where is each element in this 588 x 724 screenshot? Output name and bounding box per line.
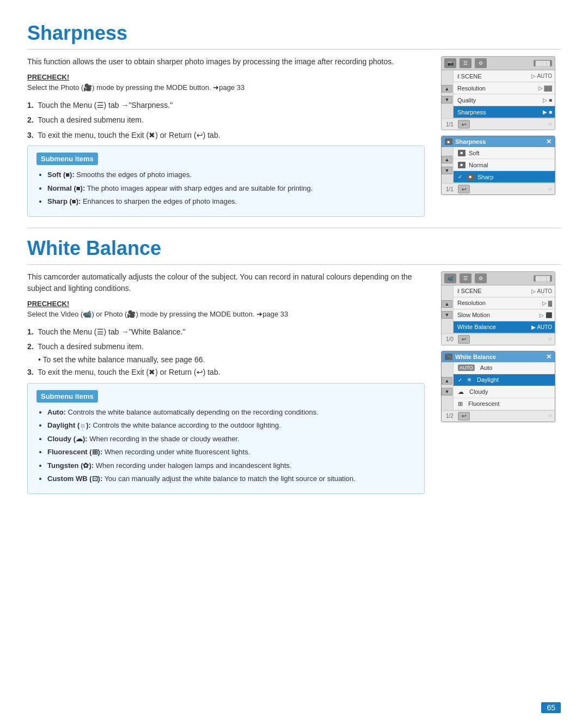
popup-nav-down[interactable]: ▼ (442, 167, 452, 174)
ui1-row-quality: Quality ▷ ■ (454, 94, 555, 106)
popup-page: 1/1 (444, 186, 456, 192)
ui1-page: 1/1 (444, 121, 456, 127)
wb-popup-nav-down[interactable]: ▼ (442, 388, 452, 396)
white-balance-description: This camcorder automatically adjusts the… (27, 271, 425, 294)
white-balance-precheck: PRECHECK! Select the Video (📹) or Photo … (27, 300, 425, 318)
popup-row-soft[interactable]: ■ Soft (454, 147, 555, 159)
fluorescent-icon: ⊞ (458, 400, 463, 407)
popup-row-sharp[interactable]: ✓ ■ Sharp (454, 171, 555, 183)
ui1-row-resolution: Resolution ▷ ▓▓ (454, 82, 555, 94)
wb-popup-titlebar: 📹 White Balance ✕ (442, 351, 555, 362)
normal-icon: ■ (458, 162, 465, 168)
wb-popup-page: 1/2 (444, 413, 456, 419)
wb-popup-nav-up[interactable]: ▲ (442, 377, 452, 385)
fluorescent-label: Fluorescent (468, 400, 499, 407)
check-icon: ✓ (458, 174, 462, 180)
ui1-row-sharpness: Sharpness ▶ ■ (454, 106, 555, 118)
sharpness-step2: 2. Touch a desired submenu item. (27, 114, 425, 126)
sharp-label: Sharp (477, 174, 493, 180)
list-item: Auto: Controls the white balance automat… (47, 407, 415, 418)
daylight-sun-icon: ☀ (467, 376, 472, 384)
menu-icon-wb: ☰ (460, 273, 471, 283)
list-item: Normal (■): The photo images appear with… (47, 183, 415, 194)
auto-badge: AUTO (458, 364, 475, 371)
normal-label: Normal (469, 162, 488, 168)
wb-popup-row-fluorescent[interactable]: ⊞ Fluorescent (454, 398, 555, 410)
section-divider (27, 228, 561, 228)
list-item: Sharp (■): Enhances to sharpen the edges… (47, 196, 415, 207)
wb-popup-row-daylight[interactable]: ✓ ☀ Daylight (454, 374, 555, 386)
sharpness-camera-ui-1: 📷 ☰ ⚙ ▓▓▓▓ ▲ ▼ ℓ SCENE ▷ AUTO Reso (441, 56, 555, 130)
sharpness-popup-titlebar: ■ Sharpness ✕ (442, 136, 555, 147)
wb-step2-indent: • To set the white balance manually, see… (27, 355, 425, 364)
list-item: Daylight (☼): Controls the white balance… (47, 420, 415, 431)
wb-popup-title: White Balance (455, 354, 496, 360)
sharpness-popup-title: Sharpness (455, 138, 486, 145)
check-icon-wb: ✓ (458, 377, 462, 383)
finger-icon-3: ☞ (548, 336, 553, 342)
page-number: 65 (541, 702, 561, 713)
auto-label: Auto (480, 364, 493, 371)
back-btn-1[interactable]: ↩ (458, 120, 470, 129)
finger-icon-1: ☞ (548, 121, 553, 127)
white-balance-title: White Balance (27, 237, 561, 265)
sharpness-submenu-title: Submenu items (36, 153, 98, 165)
wb-step1: 1. Touch the Menu (☰) tab →"White Balanc… (27, 326, 425, 338)
soft-label: Soft (469, 150, 480, 156)
popup-nav-up[interactable]: ▲ (442, 156, 452, 163)
wb-ui-panels: 📹 ☰ ⚙ ▓▓▓▓ ▲ ▼ ℓ SCENE ▷ AUTO Reso (441, 271, 561, 422)
wb-nav-up[interactable]: ▲ (442, 300, 452, 308)
back-btn-2[interactable]: ↩ (458, 185, 470, 193)
popup-row-normal[interactable]: ■ Normal (454, 159, 555, 171)
wb-popup-row-cloudy[interactable]: ☁ Cloudy (454, 386, 555, 398)
video-mode-icon: 📹 (444, 273, 456, 283)
sharpness-step3: 3. To exit the menu, touch the Exit (✖) … (27, 129, 425, 141)
wb-close-icon[interactable]: ✕ (546, 353, 552, 361)
nav-down-btn[interactable]: ▼ (442, 96, 452, 104)
wb-camera-ui-2: 📹 White Balance ✕ ▲ ▼ AUTO Auto ✓ (441, 351, 555, 422)
settings-icon-wb: ⚙ (475, 273, 487, 283)
wb-back-btn-1[interactable]: ↩ (458, 335, 470, 344)
wb-step3: 3. To exit the menu, touch the Exit (✖) … (27, 366, 425, 378)
wb-ui1-row-slowmotion: Slow Motion ▷ ⬛ (454, 309, 555, 321)
sharpness-camera-ui-2: ■ Sharpness ✕ ▲ ▼ ■ Soft ■ Norm (441, 136, 555, 195)
wb-ui1-row-resolution: Resolution ▷ ▓ (454, 297, 555, 309)
sharpness-icon-small: ■ (445, 138, 452, 145)
soft-icon: ■ (458, 150, 465, 156)
wb-nav-down[interactable]: ▼ (442, 311, 452, 319)
sharpness-precheck: PRECHECK! Select the Photo (🎥) mode by p… (27, 73, 425, 92)
wb-submenu-title: Submenu items (36, 390, 98, 403)
nav-up-btn[interactable]: ▲ (442, 85, 452, 93)
list-item: Fluorescent (⊞): When recording under wh… (47, 447, 415, 458)
ui1-row-scene: ℓ SCENE ▷ AUTO (454, 70, 555, 82)
wb-popup-row-auto[interactable]: AUTO Auto (454, 362, 555, 374)
battery-icon: ▓▓▓▓ (534, 60, 552, 66)
finger-icon-4: ☞ (548, 413, 553, 419)
wb-precheck-label: PRECHECK! (27, 300, 425, 308)
sharpness-precheck-label: PRECHECK! (27, 73, 425, 81)
close-icon[interactable]: ✕ (546, 138, 552, 145)
wb-camera-ui-1: 📹 ☰ ⚙ ▓▓▓▓ ▲ ▼ ℓ SCENE ▷ AUTO Reso (441, 271, 555, 345)
battery-icon-wb: ▓▓▓▓ (534, 275, 552, 282)
sharpness-precheck-text: Select the Photo (🎥) mode by pressing th… (27, 83, 425, 92)
list-item: Soft (■): Smooths the edges of photo ima… (47, 169, 415, 180)
wb-ui1-page: 1/0 (444, 336, 456, 342)
camera-mode-icon: 📷 (444, 58, 456, 68)
sharpness-submenu-box: Submenu items Soft (■): Smooths the edge… (27, 145, 425, 217)
sharpness-ui-panels: 📷 ☰ ⚙ ▓▓▓▓ ▲ ▼ ℓ SCENE ▷ AUTO Reso (441, 56, 561, 195)
cloudy-icon: ☁ (458, 388, 464, 396)
wb-ui1-row-scene: ℓ SCENE ▷ AUTO (454, 285, 555, 297)
wb-precheck-text: Select the Video (📹) or Photo (🎥) mode b… (27, 310, 425, 318)
list-item: Tungsten (✿): When recording under halog… (47, 460, 415, 471)
sharpness-description: This function allows the user to obtain … (27, 56, 425, 68)
wb-back-btn-2[interactable]: ↩ (458, 412, 470, 421)
wb-ui1-row-wb: White Balance ▶ AUTO (454, 321, 555, 333)
list-item: Custom WB (⊡): You can manually adjust t… (47, 473, 415, 484)
settings-icon: ⚙ (475, 58, 487, 68)
sharpness-submenu-list: Soft (■): Smooths the edges of photo ima… (36, 169, 415, 207)
cloudy-label: Cloudy (469, 388, 488, 395)
list-item: Cloudy (☁): When recording in the shade … (47, 434, 415, 445)
wb-ui1-topbar: 📹 ☰ ⚙ ▓▓▓▓ (442, 272, 555, 285)
sharpness-ui1-topbar: 📷 ☰ ⚙ ▓▓▓▓ (442, 57, 555, 70)
sharpness-step1: 1. Touch the Menu (☰) tab →"Sharpness." (27, 99, 425, 111)
